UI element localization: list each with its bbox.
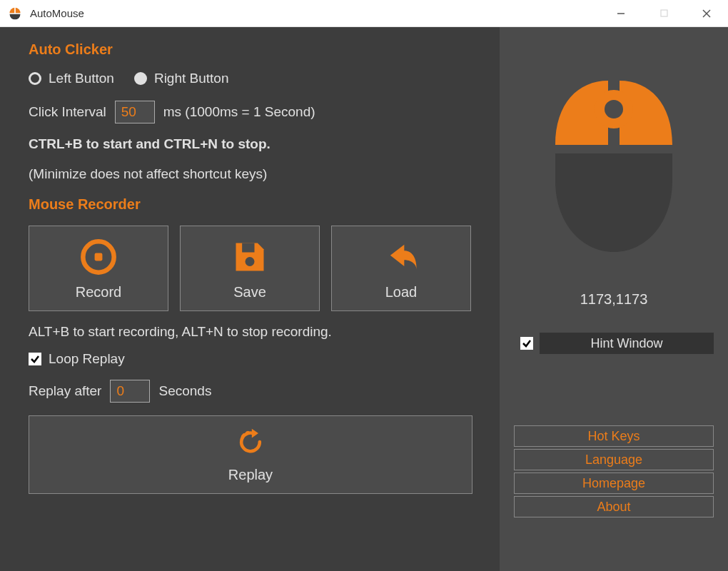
save-icon xyxy=(230,237,270,277)
right-button-radio[interactable]: Right Button xyxy=(134,71,229,86)
loop-replay-label: Loop Replay xyxy=(49,351,125,367)
hot-keys-link[interactable]: Hot Keys xyxy=(514,425,714,447)
right-button-label: Right Button xyxy=(154,71,229,86)
app-icon xyxy=(7,6,23,21)
recorder-hotkey-hint: ALT+B to start recording, ALT+N to stop … xyxy=(29,324,357,340)
minimize-button[interactable] xyxy=(600,0,642,27)
window-title: AutoMouse xyxy=(30,7,600,19)
mouse-recorder-heading: Mouse Recorder xyxy=(29,196,480,213)
about-link[interactable]: About xyxy=(514,496,714,517)
load-button[interactable]: Load xyxy=(331,226,471,311)
svg-rect-1 xyxy=(661,10,667,16)
checkbox-checked-icon xyxy=(29,353,41,365)
load-icon xyxy=(381,237,421,277)
save-button[interactable]: Save xyxy=(180,226,320,311)
click-interval-label: Click Interval xyxy=(29,104,106,120)
record-label: Record xyxy=(76,284,121,300)
clicker-hotkey-hint: CTRL+B to start and CTRL+N to stop. xyxy=(29,136,480,152)
replay-after-unit: Seconds xyxy=(158,383,211,399)
main-panel: Auto Clicker Left Button Right Button Cl… xyxy=(0,27,500,571)
svg-point-7 xyxy=(246,257,255,266)
svg-rect-5 xyxy=(95,253,103,261)
hint-window-label: Hint Window xyxy=(540,333,714,354)
record-button[interactable]: Record xyxy=(29,226,168,311)
side-panel: 1173,1173 Hint Window Hot Keys Language … xyxy=(500,27,728,571)
replay-icon xyxy=(235,426,266,461)
loop-replay-checkbox[interactable]: Loop Replay xyxy=(29,351,480,367)
click-interval-unit: ms (1000ms = 1 Second) xyxy=(163,104,315,120)
load-label: Load xyxy=(385,284,418,300)
replay-after-input[interactable] xyxy=(110,380,150,403)
homepage-link[interactable]: Homepage xyxy=(514,473,714,494)
left-button-radio[interactable]: Left Button xyxy=(29,71,114,86)
mouse-logo-icon xyxy=(539,66,689,266)
language-link[interactable]: Language xyxy=(514,449,714,470)
radio-unselected-icon xyxy=(134,72,147,85)
replay-label: Replay xyxy=(228,467,273,483)
auto-clicker-heading: Auto Clicker xyxy=(29,41,480,58)
maximize-button[interactable] xyxy=(642,0,685,27)
click-interval-input[interactable] xyxy=(115,101,155,123)
titlebar: AutoMouse xyxy=(0,0,728,27)
hint-window-checkbox[interactable] xyxy=(520,337,533,350)
record-icon xyxy=(79,237,118,277)
replay-after-label: Replay after xyxy=(29,383,101,399)
replay-button[interactable]: Replay xyxy=(29,415,472,494)
minimize-hint: (Minimize does not affect shortcut keys) xyxy=(29,166,480,182)
svg-rect-6 xyxy=(242,243,254,252)
mouse-coordinates: 1173,1173 xyxy=(580,291,648,308)
left-button-label: Left Button xyxy=(49,71,114,86)
radio-selected-icon xyxy=(29,72,41,85)
save-label: Save xyxy=(233,284,266,300)
svg-point-8 xyxy=(600,95,628,123)
close-button[interactable] xyxy=(685,0,728,27)
